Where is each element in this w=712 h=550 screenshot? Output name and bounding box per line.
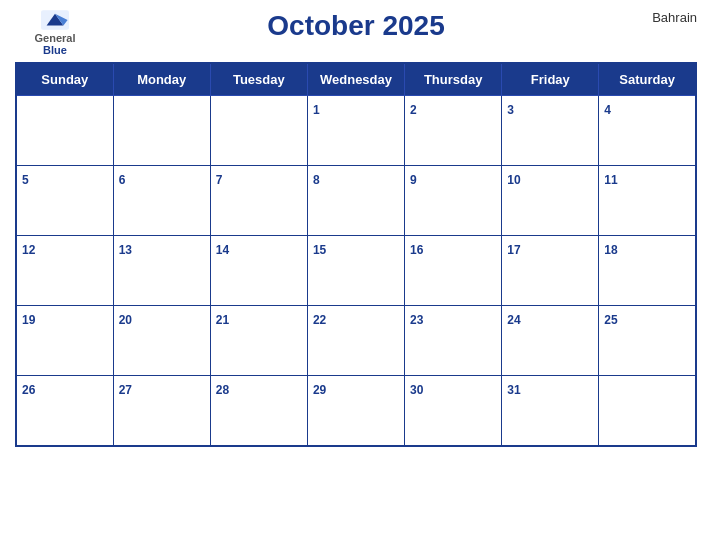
calendar-cell: 11 — [599, 166, 696, 236]
calendar-cell: 23 — [405, 306, 502, 376]
calendar-cell: 7 — [210, 166, 307, 236]
week-row-5: 262728293031 — [16, 376, 696, 446]
day-number: 6 — [119, 173, 126, 187]
calendar-cell: 8 — [307, 166, 404, 236]
day-number: 16 — [410, 243, 423, 257]
calendar-cell: 6 — [113, 166, 210, 236]
calendar-grid: SundayMondayTuesdayWednesdayThursdayFrid… — [15, 62, 697, 447]
day-number: 5 — [22, 173, 29, 187]
logo-general: General — [35, 32, 76, 44]
week-row-3: 12131415161718 — [16, 236, 696, 306]
day-number: 29 — [313, 383, 326, 397]
calendar-cell: 28 — [210, 376, 307, 446]
day-number: 22 — [313, 313, 326, 327]
day-number: 8 — [313, 173, 320, 187]
day-number: 28 — [216, 383, 229, 397]
calendar-cell: 15 — [307, 236, 404, 306]
weekday-monday: Monday — [113, 63, 210, 96]
calendar-cell: 3 — [502, 96, 599, 166]
calendar-cell: 25 — [599, 306, 696, 376]
calendar-cell: 13 — [113, 236, 210, 306]
weekday-wednesday: Wednesday — [307, 63, 404, 96]
week-row-4: 19202122232425 — [16, 306, 696, 376]
calendar-cell: 12 — [16, 236, 113, 306]
calendar-cell — [16, 96, 113, 166]
logo-area: General Blue — [15, 10, 95, 56]
day-number: 9 — [410, 173, 417, 187]
day-number: 17 — [507, 243, 520, 257]
calendar-title: October 2025 — [95, 10, 617, 42]
weekday-tuesday: Tuesday — [210, 63, 307, 96]
logo-blue: Blue — [43, 44, 67, 56]
day-number: 2 — [410, 103, 417, 117]
calendar-cell: 1 — [307, 96, 404, 166]
day-number: 7 — [216, 173, 223, 187]
day-number: 1 — [313, 103, 320, 117]
month-title: October 2025 — [95, 10, 617, 42]
day-number: 14 — [216, 243, 229, 257]
day-number: 21 — [216, 313, 229, 327]
calendar-cell — [599, 376, 696, 446]
calendar-cell: 9 — [405, 166, 502, 236]
weekday-thursday: Thursday — [405, 63, 502, 96]
day-number: 11 — [604, 173, 617, 187]
day-number: 31 — [507, 383, 520, 397]
day-number: 18 — [604, 243, 617, 257]
calendar-cell: 5 — [16, 166, 113, 236]
calendar-cell: 10 — [502, 166, 599, 236]
calendar-cell: 18 — [599, 236, 696, 306]
day-number: 20 — [119, 313, 132, 327]
calendar-cell: 27 — [113, 376, 210, 446]
calendar-cell — [113, 96, 210, 166]
calendar-cell: 21 — [210, 306, 307, 376]
calendar-header: General Blue October 2025 Bahrain — [15, 10, 697, 56]
day-number: 13 — [119, 243, 132, 257]
week-row-2: 567891011 — [16, 166, 696, 236]
day-number: 30 — [410, 383, 423, 397]
generalblue-logo-icon — [41, 10, 69, 30]
day-number: 19 — [22, 313, 35, 327]
day-number: 12 — [22, 243, 35, 257]
country-label: Bahrain — [617, 10, 697, 25]
calendar-cell: 19 — [16, 306, 113, 376]
day-number: 15 — [313, 243, 326, 257]
calendar-cell: 17 — [502, 236, 599, 306]
calendar-cell: 16 — [405, 236, 502, 306]
calendar-cell: 31 — [502, 376, 599, 446]
weekday-sunday: Sunday — [16, 63, 113, 96]
calendar-cell: 4 — [599, 96, 696, 166]
calendar-cell: 20 — [113, 306, 210, 376]
weekday-header-row: SundayMondayTuesdayWednesdayThursdayFrid… — [16, 63, 696, 96]
calendar-wrapper: General Blue October 2025 Bahrain Sunday… — [0, 0, 712, 550]
day-number: 4 — [604, 103, 611, 117]
day-number: 24 — [507, 313, 520, 327]
day-number: 27 — [119, 383, 132, 397]
weekday-friday: Friday — [502, 63, 599, 96]
calendar-cell: 24 — [502, 306, 599, 376]
day-number: 26 — [22, 383, 35, 397]
calendar-cell — [210, 96, 307, 166]
weekday-saturday: Saturday — [599, 63, 696, 96]
day-number: 10 — [507, 173, 520, 187]
calendar-cell: 22 — [307, 306, 404, 376]
calendar-cell: 30 — [405, 376, 502, 446]
calendar-cell: 2 — [405, 96, 502, 166]
day-number: 25 — [604, 313, 617, 327]
calendar-cell: 26 — [16, 376, 113, 446]
week-row-1: 1234 — [16, 96, 696, 166]
calendar-cell: 29 — [307, 376, 404, 446]
day-number: 3 — [507, 103, 514, 117]
calendar-cell: 14 — [210, 236, 307, 306]
day-number: 23 — [410, 313, 423, 327]
